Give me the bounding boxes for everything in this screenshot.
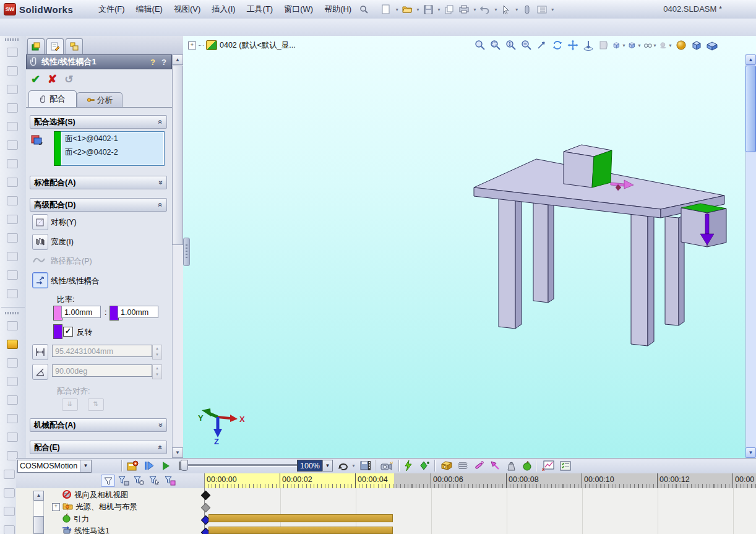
gravity-duration-bar[interactable] xyxy=(208,514,393,522)
timebar-slider-track[interactable] xyxy=(188,464,297,467)
group-mechanical-mates[interactable]: 机械配合(A)« xyxy=(30,418,167,432)
menu-file[interactable]: 文件(F) xyxy=(93,1,131,17)
select-cursor-icon[interactable] xyxy=(500,3,512,15)
width-mate-icon[interactable] xyxy=(32,234,48,250)
tab-mate[interactable]: 配合 xyxy=(28,90,77,107)
open-icon[interactable] xyxy=(401,3,413,15)
panel-scroll-thumb[interactable] xyxy=(172,66,183,245)
gravity-icon[interactable] xyxy=(520,459,534,472)
results-plot-icon[interactable]: x xyxy=(540,459,556,472)
undo-icon[interactable] xyxy=(479,3,491,15)
save-icon[interactable] xyxy=(422,3,434,15)
collapse-icon[interactable]: « xyxy=(157,203,165,207)
tab-configurationmanager[interactable] xyxy=(66,38,83,54)
print-icon[interactable] xyxy=(458,3,470,15)
filter-animated-icon[interactable] xyxy=(116,475,131,487)
expand-icon[interactable]: « xyxy=(157,423,165,428)
display-style-icon[interactable]: ▼ xyxy=(643,38,657,52)
filter-results-icon[interactable] xyxy=(163,475,177,487)
play-from-start-icon[interactable] xyxy=(142,459,156,472)
selection-item[interactable]: 面<1>@0402-1 xyxy=(61,132,164,145)
linear-coupler-label[interactable]: 线性/线性耦合 xyxy=(51,276,99,286)
options-dropdown-icon[interactable]: ▼ xyxy=(551,7,555,12)
filter-all-icon[interactable] xyxy=(101,475,115,487)
symmetric-mate-icon[interactable] xyxy=(32,214,48,230)
tab-featuremanager[interactable] xyxy=(27,38,45,54)
normal-to-icon[interactable] xyxy=(582,38,595,52)
assembly-name[interactable]: 0402 (默认<默认_显... xyxy=(220,40,296,51)
search-icon[interactable] xyxy=(358,3,370,15)
group-mates[interactable]: 配合(E)« xyxy=(30,441,167,454)
calculate-motion-icon[interactable] xyxy=(126,459,139,472)
whats-new-help-icon[interactable]: ? xyxy=(150,58,155,67)
viewport-scroll-thumb[interactable] xyxy=(745,66,756,152)
collapse-icon[interactable]: « xyxy=(157,446,165,450)
tree-item-orientation[interactable]: 视向及相机视图 xyxy=(62,489,129,501)
panel-scroll-up-button[interactable]: ▲ xyxy=(172,54,183,65)
spin-view-icon[interactable] xyxy=(551,38,564,52)
menu-tools[interactable]: 工具(T) xyxy=(241,1,279,17)
filter-selected-icon[interactable] xyxy=(147,475,161,487)
rotate-view-icon[interactable] xyxy=(535,38,549,52)
play-icon[interactable] xyxy=(159,459,173,472)
reverse-checkbox[interactable]: ✓ xyxy=(63,327,73,337)
tree-item-linear-motor[interactable]: 线性马达1 xyxy=(62,526,110,534)
tab-propertymanager[interactable] xyxy=(46,38,64,54)
reverse-label[interactable]: 反转 xyxy=(77,327,92,338)
tree-item-lights[interactable]: + 光源、相机与布景 xyxy=(52,501,137,512)
study-type-dropdown[interactable]: COSMOSMotion ▼ xyxy=(17,460,92,473)
menu-view[interactable]: 视图(V) xyxy=(168,1,206,17)
dropdown-arrow-icon[interactable]: ▼ xyxy=(80,460,91,472)
pan-icon[interactable] xyxy=(566,38,580,52)
toggle-icon[interactable] xyxy=(521,3,533,15)
new-document-icon[interactable] xyxy=(380,3,392,15)
menu-edit[interactable]: 编辑(E) xyxy=(131,1,168,17)
timebar-slider-handle[interactable] xyxy=(181,460,188,471)
selection-item[interactable]: 面<2>@0402-2 xyxy=(61,145,164,159)
linear-coupler-icon[interactable] xyxy=(32,272,48,288)
save-dropdown-icon[interactable]: ▼ xyxy=(437,7,441,12)
ok-button[interactable]: ✔ xyxy=(31,72,40,86)
group-advanced-mates[interactable]: 高级配合(D)« xyxy=(30,198,167,212)
tree-item-gravity[interactable]: 引力 xyxy=(62,514,89,525)
view-orientation-icon[interactable]: ▼ xyxy=(628,38,642,52)
assembly-toolbar-grip[interactable] xyxy=(5,312,19,314)
undo-dropdown-icon[interactable]: ▼ xyxy=(494,7,498,12)
symmetric-mate-label[interactable]: 对称(Y) xyxy=(51,217,77,228)
motor-icon[interactable] xyxy=(439,459,455,472)
force-icon[interactable] xyxy=(488,459,502,472)
zoom-fit-icon[interactable] xyxy=(473,38,487,52)
viewport-scroll-up-button[interactable]: ▲ xyxy=(745,54,756,65)
open-dropdown-icon[interactable]: ▼ xyxy=(416,7,420,12)
timeline-ruler[interactable]: 00:00:00 00:00:02 00:00:04 00:00:06 00:0… xyxy=(204,473,756,488)
appearance-icon[interactable] xyxy=(674,38,688,52)
mass-icon[interactable] xyxy=(504,459,518,472)
motor-duration-bar[interactable] xyxy=(208,527,393,534)
mate-selection-list[interactable]: 面<1>@0402-1 面<2>@0402-2 xyxy=(61,131,165,166)
zoom-dropdown-icon[interactable]: ▼ xyxy=(322,460,333,472)
viewport-scroll-down-button[interactable]: ▼ xyxy=(745,447,756,458)
spring-icon[interactable] xyxy=(456,459,470,472)
copy-icon[interactable] xyxy=(443,3,455,15)
playback-mode-icon[interactable] xyxy=(337,459,350,472)
menu-window[interactable]: 窗口(W) xyxy=(278,1,319,17)
add-key-icon[interactable] xyxy=(418,459,431,472)
cancel-button[interactable]: ✘ xyxy=(48,72,57,86)
edit-appearance-icon[interactable] xyxy=(705,38,719,52)
undo-button[interactable]: ↺ xyxy=(64,73,73,86)
filter-driving-icon[interactable] xyxy=(132,475,146,487)
simulation-setup-icon[interactable] xyxy=(559,459,572,472)
animation-wizard-icon[interactable] xyxy=(379,459,395,472)
collapse-icon[interactable]: « xyxy=(157,120,165,124)
menu-insert[interactable]: 插入(I) xyxy=(206,1,241,17)
expand-icon[interactable]: + xyxy=(52,503,60,511)
zoom-area-icon[interactable] xyxy=(489,38,502,52)
timeline-zoom-value[interactable]: 100% xyxy=(297,460,322,472)
panel-scroll-down-button[interactable]: ▼ xyxy=(172,447,183,458)
save-animation-icon[interactable] xyxy=(359,459,372,472)
help-icon[interactable]: ? xyxy=(161,58,166,67)
options-list-icon[interactable] xyxy=(536,3,548,15)
new-dropdown-icon[interactable]: ▼ xyxy=(395,7,399,12)
expand-icon[interactable]: « xyxy=(157,181,165,185)
scene-icon[interactable] xyxy=(690,38,703,52)
